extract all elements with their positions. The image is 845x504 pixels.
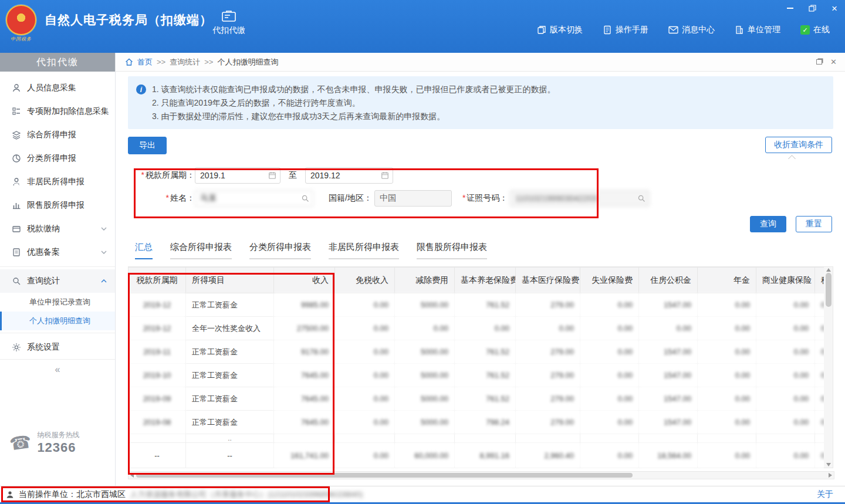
- column-header: 住房公积金: [639, 268, 698, 293]
- sidebar-item-query-statistics[interactable]: 查询统计: [0, 269, 115, 293]
- sidebar-item-preferential-filing[interactable]: 优惠备案: [0, 241, 115, 264]
- table-clip: 税款所属期所得项目收入免税收入减除费用基本养老保险费基本医疗保险费失业保险费住房…: [128, 266, 824, 468]
- table-cell: 161,741.00: [274, 443, 335, 468]
- export-button[interactable]: 导出: [128, 137, 167, 154]
- table-cell: 2019-10: [129, 364, 186, 387]
- period-end-input[interactable]: [305, 167, 393, 184]
- version-switch-link[interactable]: 版本切换: [537, 25, 583, 35]
- close-button[interactable]: ×: [829, 3, 840, 13]
- period-start-field: [195, 167, 280, 184]
- brand: 中国税务 自然人电子税务局（扣缴端）: [6, 5, 212, 42]
- message-center-link[interactable]: 消息中心: [668, 25, 715, 35]
- sidebar-item-restricted-shares[interactable]: 限售股所得申报: [0, 194, 115, 217]
- notice-line: 2. 只能查询2019年及之后的数据，不能进行跨年度查询。: [152, 96, 556, 110]
- tab-restricted-shares[interactable]: 限售股所得申报表: [417, 242, 487, 259]
- sidebar-item-label: 税款缴纳: [27, 224, 60, 234]
- search-icon[interactable]: [301, 194, 309, 202]
- table-cell: 0.00: [335, 411, 395, 434]
- table-cell: 5000.00: [395, 293, 455, 317]
- table-cell: 0.00: [580, 411, 639, 434]
- breadcrumb-level1[interactable]: 查询统计: [170, 57, 200, 67]
- vertical-scrollbar[interactable]: [824, 266, 833, 468]
- breadcrumb-current: 个人扣缴明细查询: [217, 57, 278, 67]
- sidebar-subitem-personal-withholding-detail[interactable]: 个人扣缴明细查询: [0, 312, 115, 330]
- table-cell: 279.00: [516, 411, 580, 434]
- table-cell: 0.00: [580, 387, 639, 411]
- name-input[interactable]: [195, 190, 313, 207]
- horizontal-scrollbar[interactable]: [128, 471, 834, 479]
- tab-withholding-module[interactable]: 代扣代缴: [204, 9, 254, 36]
- chevron-down-icon: [101, 227, 107, 231]
- sidebar-divider: [0, 266, 115, 267]
- reset-button[interactable]: 重置: [796, 216, 832, 232]
- table-cell: 27500.00: [274, 317, 335, 340]
- table-cell: 0.00: [698, 387, 756, 411]
- online-status[interactable]: ✓ 在线: [800, 25, 830, 35]
- query-button[interactable]: 查询: [750, 216, 786, 232]
- breadcrumb-home[interactable]: 首页: [137, 57, 153, 67]
- org-management-link[interactable]: 单位管理: [735, 25, 780, 35]
- sidebar-item-nonresident-income[interactable]: 非居民所得申报: [0, 170, 115, 194]
- table-cell: 9985.00: [274, 293, 335, 317]
- search-icon[interactable]: [637, 194, 645, 202]
- scroll-left-arrow[interactable]: [130, 473, 134, 478]
- table-row: 2019-12正常工资薪金9985.000.005000.00761.52279…: [129, 293, 824, 317]
- sidebar-item-label: 专项附加扣除信息采集: [27, 106, 109, 117]
- cert-field: [510, 190, 650, 207]
- table-cell: 0.00: [698, 317, 756, 340]
- sidebar-item-classified-income[interactable]: 分类所得申报: [0, 147, 115, 170]
- cert-input[interactable]: [510, 190, 650, 207]
- tab-nonresident[interactable]: 非居民所得申报表: [329, 242, 399, 259]
- calendar-icon[interactable]: [381, 171, 389, 180]
- hotline-number: 12366: [37, 440, 79, 455]
- scroll-down-arrow[interactable]: [826, 463, 831, 466]
- table-cell: [815, 434, 824, 443]
- nationality-input[interactable]: [374, 190, 452, 207]
- table-cell: 正常工资薪金: [186, 387, 274, 411]
- table-cell: 761.52: [455, 364, 516, 387]
- column-header: 税款所属期: [129, 268, 186, 293]
- panel-restore-icon[interactable]: [816, 59, 822, 65]
- logo-caption: 中国税务: [6, 36, 36, 42]
- table-cell: 0.00: [756, 411, 815, 434]
- sidebar-item-comprehensive-income[interactable]: 综合所得申报: [0, 123, 115, 147]
- about-link[interactable]: 关于: [817, 489, 833, 500]
- breadcrumb-separator: >>: [157, 57, 165, 66]
- sidebar-collapse-button[interactable]: «: [0, 359, 115, 379]
- panel-close-icon[interactable]: ✕: [830, 57, 837, 66]
- page: i 1. 该查询统计表仅能查询已申报成功的数据，不包含未申报、申报失败，已申报但…: [116, 72, 845, 479]
- notice-line: 1. 该查询统计表仅能查询已申报成功的数据，不包含未申报、申报失败，已申报但已作…: [152, 83, 556, 96]
- sidebar-subitem-unit-declare-records[interactable]: 单位申报记录查询: [0, 293, 115, 312]
- scroll-right-arrow[interactable]: [829, 473, 832, 478]
- horizontal-scroll-thumb[interactable]: [136, 473, 633, 478]
- tab-comprehensive[interactable]: 综合所得申报表: [170, 242, 232, 259]
- table-cell: 全年一次性奖金收入: [186, 317, 274, 340]
- scroll-up-arrow[interactable]: [826, 268, 831, 272]
- table-cell: 60,000.00: [395, 443, 455, 468]
- vertical-scroll-thumb[interactable]: [826, 273, 832, 307]
- restore-button[interactable]: [806, 3, 818, 13]
- app-title: 自然人电子税务局（扣缴端）: [45, 12, 212, 28]
- calendar-icon[interactable]: [268, 171, 276, 180]
- table-cell: [756, 434, 815, 443]
- table-zone: 税款所属期所得项目收入免税收入减除费用基本养老保险费基本医疗保险费失业保险费住房…: [128, 266, 833, 468]
- table-row: 2019-12全年一次性奖金收入27500.000.000.000.000.00…: [129, 317, 824, 340]
- table-cell: 0.00: [815, 293, 824, 317]
- minimize-button[interactable]: [784, 3, 796, 13]
- sidebar-item-tax-payment[interactable]: 税款缴纳: [0, 217, 115, 241]
- column-header: 失业保险费: [580, 268, 639, 293]
- table-cell: [455, 434, 516, 443]
- sidebar-item-personnel-info[interactable]: 人员信息采集: [0, 76, 115, 100]
- sidebar-item-special-deduction[interactable]: 专项附加扣除信息采集: [0, 100, 115, 123]
- tab-classified[interactable]: 分类所得申报表: [249, 242, 311, 259]
- table-cell: 0.00: [698, 293, 756, 317]
- tab-summary[interactable]: 汇总: [135, 242, 153, 259]
- data-table: 税款所属期所得项目收入免税收入减除费用基本养老保险费基本医疗保险费失业保险费住房…: [128, 267, 824, 468]
- table-cell: 0.00: [455, 317, 516, 340]
- name-field: [195, 190, 313, 207]
- column-header: 基本养老保险费: [455, 268, 516, 293]
- sidebar-item-system-settings[interactable]: 系统设置: [0, 336, 115, 359]
- manual-link[interactable]: 操作手册: [603, 25, 648, 35]
- collapse-filters-button[interactable]: 收折查询条件: [765, 137, 832, 153]
- sidebar-item-label: 优惠备案: [27, 247, 60, 258]
